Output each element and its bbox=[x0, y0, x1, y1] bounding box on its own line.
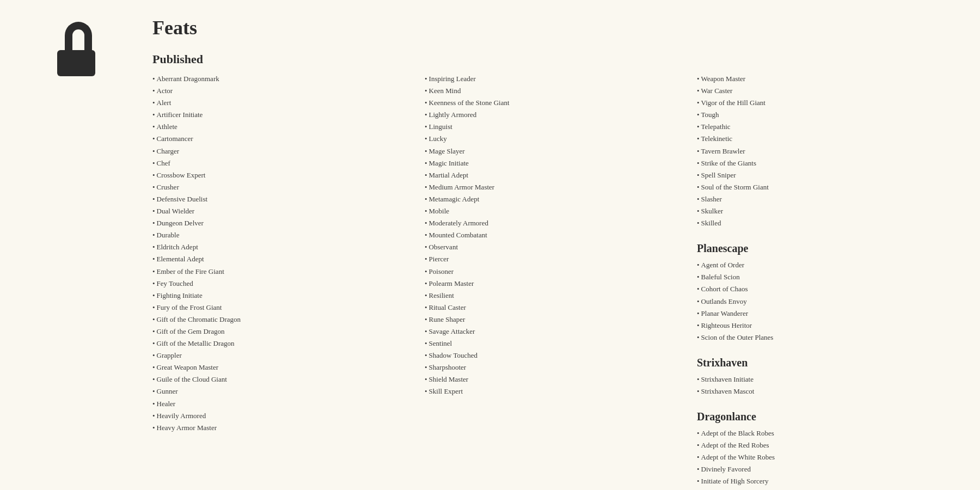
strixhaven-title: Strixhaven bbox=[697, 357, 958, 369]
bullet: • bbox=[425, 229, 427, 241]
feat-name: Fury of the Frost Giant bbox=[157, 302, 222, 314]
feat-name: Ember of the Fire Giant bbox=[157, 266, 224, 278]
feat-name: Guile of the Cloud Giant bbox=[157, 373, 227, 385]
bullet: • bbox=[152, 326, 155, 338]
bullet: • bbox=[697, 73, 700, 85]
list-item: •Artificer Initiate bbox=[152, 109, 414, 121]
bullet: • bbox=[425, 97, 427, 109]
feat-name: Slasher bbox=[701, 193, 722, 205]
feat-name: Crossbow Expert bbox=[157, 169, 206, 181]
feat-name: Dungeon Delver bbox=[157, 217, 204, 229]
feat-name: Polearm Master bbox=[429, 278, 474, 290]
bullet: • bbox=[697, 97, 700, 109]
list-item: •Keenness of the Stone Giant bbox=[425, 97, 686, 109]
list-item: •Initiate of High Sorcery bbox=[697, 475, 958, 487]
list-item: •Resilient bbox=[425, 290, 686, 302]
feat-name: Mounted Combatant bbox=[429, 229, 487, 241]
list-item: •Tough bbox=[697, 109, 958, 121]
feat-name: Righteous Heritor bbox=[701, 320, 752, 332]
bullet: • bbox=[425, 241, 427, 253]
list-item: •Righteous Heritor bbox=[697, 320, 958, 332]
bullet: • bbox=[425, 302, 427, 314]
list-item: •Vigor of the Hill Giant bbox=[697, 97, 958, 109]
list-item: •Rune Shaper bbox=[425, 314, 686, 326]
feat-name: Tavern Brawler bbox=[701, 145, 745, 157]
bullet: • bbox=[152, 253, 155, 265]
published-feats-grid: •Aberrant Dragonmark•Actor•Alert•Artific… bbox=[152, 73, 958, 490]
feat-name: Planar Wanderer bbox=[701, 308, 748, 320]
feat-name: Adept of the Red Robes bbox=[701, 439, 769, 451]
dragonlance-title: Dragonlance bbox=[697, 411, 958, 423]
bullet: • bbox=[697, 259, 700, 271]
list-item: •Grappler bbox=[152, 350, 414, 362]
bullet: • bbox=[152, 217, 155, 229]
bullet: • bbox=[697, 320, 700, 332]
feat-name: Resilient bbox=[429, 290, 454, 302]
feat-name: Lucky bbox=[429, 133, 447, 145]
feat-name: Heavy Armor Master bbox=[157, 422, 217, 434]
feat-name: Savage Attacker bbox=[429, 326, 475, 338]
feat-name: Skill Expert bbox=[429, 385, 463, 397]
feat-name: Strixhaven Initiate bbox=[701, 373, 754, 385]
list-item: •Elemental Adept bbox=[152, 253, 414, 265]
list-item: •Cohort of Chaos bbox=[697, 283, 958, 295]
bullet: • bbox=[697, 109, 700, 121]
list-item: •Durable bbox=[152, 229, 414, 241]
list-item: •Mobile bbox=[425, 205, 686, 217]
feat-name: Inspiring Leader bbox=[429, 73, 476, 85]
list-item: •Eldritch Adept bbox=[152, 241, 414, 253]
bullet: • bbox=[697, 332, 700, 344]
list-item: •Dual Wielder bbox=[152, 205, 414, 217]
bullet: • bbox=[152, 278, 155, 290]
bullet: • bbox=[425, 217, 427, 229]
list-item: •Polearm Master bbox=[425, 278, 686, 290]
list-item: •Charger bbox=[152, 145, 414, 157]
list-item: •Skilled bbox=[697, 217, 958, 229]
feat-name: Defensive Duelist bbox=[157, 193, 208, 205]
list-item: •Heavily Armored bbox=[152, 410, 414, 422]
strixhaven-feats: •Strixhaven Initiate•Strixhaven Mascot bbox=[697, 373, 958, 397]
feat-name: Keenness of the Stone Giant bbox=[429, 97, 510, 109]
feat-name: Poisoner bbox=[429, 266, 454, 278]
feat-name: Athlete bbox=[157, 121, 177, 133]
bullet: • bbox=[425, 350, 427, 362]
bullet: • bbox=[425, 169, 427, 181]
list-item: •Fey Touched bbox=[152, 278, 414, 290]
list-item: •Strixhaven Initiate bbox=[697, 373, 958, 385]
bullet: • bbox=[425, 145, 427, 157]
bullet: • bbox=[152, 266, 155, 278]
feat-name: Divinely Favored bbox=[701, 463, 751, 475]
feat-name: Sentinel bbox=[429, 338, 452, 350]
bullet: • bbox=[697, 296, 700, 308]
list-item: •Lightly Armored bbox=[425, 109, 686, 121]
bullet: • bbox=[152, 241, 155, 253]
bullet: • bbox=[425, 205, 427, 217]
bullet: • bbox=[425, 373, 427, 385]
list-item: •Crossbow Expert bbox=[152, 169, 414, 181]
bullet: • bbox=[425, 253, 427, 265]
planescape-title: Planescape bbox=[697, 242, 958, 255]
bullet: • bbox=[425, 73, 427, 85]
list-item: •Knight of the Crown bbox=[697, 488, 958, 490]
list-item: •Defensive Duelist bbox=[152, 193, 414, 205]
list-item: •Crusher bbox=[152, 181, 414, 193]
list-item: •Shield Master bbox=[425, 373, 686, 385]
bullet: • bbox=[697, 308, 700, 320]
feat-name: Shadow Touched bbox=[429, 350, 477, 362]
list-item: •Healer bbox=[152, 398, 414, 410]
list-item: •Poisoner bbox=[425, 266, 686, 278]
bullet: • bbox=[152, 205, 155, 217]
list-item: •Sharpshooter bbox=[425, 362, 686, 373]
feat-name: Agent of Order bbox=[701, 259, 744, 271]
list-item: •Lucky bbox=[425, 133, 686, 145]
feat-name: Telepathic bbox=[701, 121, 731, 133]
feat-name: Lightly Armored bbox=[429, 109, 477, 121]
list-item: •Adept of the White Robes bbox=[697, 451, 958, 463]
bullet: • bbox=[152, 314, 155, 326]
list-item: •Inspiring Leader bbox=[425, 73, 686, 85]
bullet: • bbox=[697, 283, 700, 295]
feat-name: Telekinetic bbox=[701, 133, 733, 145]
feat-name: Heavily Armored bbox=[157, 410, 206, 422]
bullet: • bbox=[697, 85, 700, 97]
bullet: • bbox=[697, 451, 700, 463]
